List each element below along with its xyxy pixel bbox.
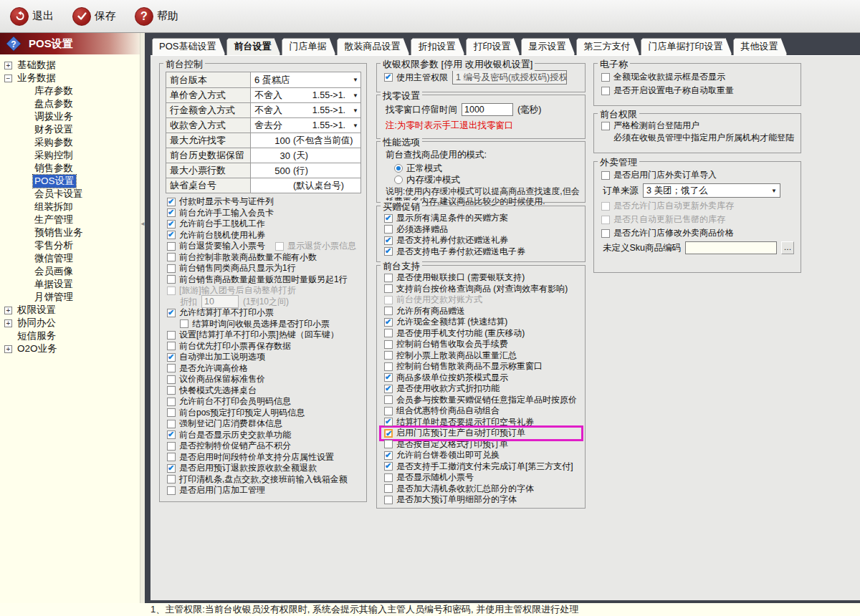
checkbox[interactable] xyxy=(167,442,176,451)
sidebar-item[interactable]: 销售参数 xyxy=(4,162,140,175)
checkbox[interactable] xyxy=(167,430,176,439)
checkbox[interactable] xyxy=(167,464,176,473)
expand-plus-icon[interactable]: + xyxy=(4,62,12,69)
strict-login-checkbox[interactable] xyxy=(601,122,610,130)
checkbox[interactable] xyxy=(167,198,176,206)
order-source-select[interactable]: 3 美团；饿了么 ▼ xyxy=(643,183,780,198)
tab-9[interactable]: 门店单据打印设置 xyxy=(641,38,732,55)
checkbox[interactable] xyxy=(601,229,610,238)
checkbox[interactable] xyxy=(384,274,393,282)
sidebar-item[interactable]: 微信管理 xyxy=(4,252,140,265)
sidebar-item[interactable]: 组装拆卸 xyxy=(4,201,140,213)
checkbox[interactable] xyxy=(167,386,176,395)
sidebar-item[interactable]: 零售分析 xyxy=(4,239,140,252)
checkbox[interactable] xyxy=(384,395,393,404)
tab-1[interactable]: POS基础设置 xyxy=(152,38,225,55)
checkbox[interactable] xyxy=(384,440,393,448)
checkbox[interactable] xyxy=(167,309,176,317)
sidebar-item[interactable]: 采购参数 xyxy=(4,136,140,149)
checkbox[interactable] xyxy=(384,214,393,223)
checkbox[interactable] xyxy=(167,275,176,284)
checkbox[interactable] xyxy=(384,351,393,360)
checkbox[interactable] xyxy=(384,225,393,234)
checkbox[interactable] xyxy=(601,73,610,82)
checkbox[interactable] xyxy=(167,342,176,350)
input-value[interactable]: 100 xyxy=(254,135,293,146)
checkbox[interactable] xyxy=(384,451,393,460)
checkbox[interactable] xyxy=(167,242,176,251)
sidebar-item[interactable]: POS设置 xyxy=(4,175,140,188)
checkbox[interactable] xyxy=(601,87,610,95)
sidebar-item[interactable]: +协同办公 xyxy=(4,317,140,329)
checkbox[interactable] xyxy=(167,353,176,362)
splitter-collapse-icon[interactable]: ◄ xyxy=(140,221,145,227)
checkbox[interactable] xyxy=(384,496,393,504)
sidebar-item[interactable]: 月饼管理 xyxy=(4,291,140,304)
sidebar-item[interactable]: 单据设置 xyxy=(4,278,140,291)
checkbox[interactable] xyxy=(384,385,393,393)
sidebar-item[interactable]: 财务设置 xyxy=(4,123,140,136)
sidebar-item[interactable]: 调拨业务 xyxy=(4,110,140,123)
form-row-select[interactable]: 舍去分1.55->1.▼ xyxy=(250,118,360,133)
sidebar-item[interactable]: 盘点参数 xyxy=(4,97,140,110)
sidebar-item[interactable]: 短信服务 xyxy=(4,329,140,342)
checkbox[interactable] xyxy=(167,208,176,217)
checkbox[interactable] xyxy=(384,373,393,382)
sidebar-item[interactable]: +权限设置 xyxy=(4,304,140,317)
checkbox[interactable] xyxy=(167,231,176,239)
save-button[interactable]: 保存 xyxy=(72,7,116,26)
help-button[interactable]: ?帮助 xyxy=(135,7,178,26)
change-timeout-input[interactable]: 1000 xyxy=(462,103,513,116)
checkbox[interactable] xyxy=(167,253,176,261)
expand-plus-icon[interactable]: + xyxy=(4,319,12,327)
takeout-import-checkbox[interactable] xyxy=(601,171,610,180)
sku-browse-button[interactable]: … xyxy=(781,241,794,254)
tab-2[interactable]: 前台设置 xyxy=(226,38,280,55)
sidebar-item[interactable]: +基础数据 xyxy=(4,59,140,72)
sidebar-item[interactable]: 会员卡设置 xyxy=(4,188,140,201)
tab-5[interactable]: 折扣设置 xyxy=(411,38,464,55)
tab-7[interactable]: 显示设置 xyxy=(521,38,575,55)
form-row-select[interactable]: 不舍入1.55->1.▼ xyxy=(250,103,360,117)
sku-code-input[interactable] xyxy=(685,241,777,254)
sidebar-item[interactable]: 会员画像 xyxy=(4,265,140,278)
checkbox[interactable] xyxy=(167,486,176,495)
expand-plus-icon[interactable]: + xyxy=(4,345,12,353)
checkbox[interactable] xyxy=(384,407,393,415)
tab-3[interactable]: 门店单据 xyxy=(282,38,335,55)
checkbox[interactable] xyxy=(384,418,393,426)
tab-6[interactable]: 打印设置 xyxy=(466,38,520,55)
sidebar-item[interactable]: 库存参数 xyxy=(4,85,140,97)
sidebar-item[interactable]: 预销售业务 xyxy=(4,226,140,239)
exit-button[interactable]: 退出 xyxy=(10,7,54,26)
checkbox[interactable] xyxy=(167,420,176,428)
sidebar-splitter[interactable]: ◄ xyxy=(140,33,145,603)
use-supervisor-rights-checkbox[interactable] xyxy=(384,73,393,82)
tab-4[interactable]: 散装商品设置 xyxy=(337,38,409,55)
checkbox[interactable] xyxy=(167,398,176,406)
input-value[interactable]: 500 xyxy=(254,165,293,176)
checkbox[interactable] xyxy=(167,453,176,461)
checkbox[interactable] xyxy=(384,284,393,293)
collapse-minus-icon[interactable]: − xyxy=(4,74,12,82)
checkbox[interactable] xyxy=(384,340,393,349)
radio-button[interactable] xyxy=(394,164,403,173)
radio-button[interactable] xyxy=(394,175,403,184)
sidebar-item[interactable]: +O2O业务 xyxy=(4,342,140,355)
expand-plus-icon[interactable]: + xyxy=(4,307,12,314)
sidebar-item[interactable]: 生产管理 xyxy=(4,213,140,226)
checkbox[interactable] xyxy=(180,319,188,328)
checkbox[interactable] xyxy=(384,362,393,371)
checkbox[interactable] xyxy=(384,318,393,327)
checkbox[interactable] xyxy=(384,429,393,438)
sidebar-item[interactable]: 采购控制 xyxy=(4,149,140,162)
checkbox[interactable] xyxy=(384,247,393,256)
checkbox[interactable] xyxy=(384,236,393,245)
checkbox[interactable] xyxy=(384,307,393,315)
tab-8[interactable]: 第三方支付 xyxy=(576,38,639,55)
checkbox[interactable] xyxy=(384,329,393,337)
tab-10[interactable]: 其他设置 xyxy=(733,38,787,55)
checkbox[interactable] xyxy=(384,473,393,482)
checkbox[interactable] xyxy=(167,475,176,483)
form-row-select[interactable]: 不舍入1.55->1.▼ xyxy=(250,88,360,102)
